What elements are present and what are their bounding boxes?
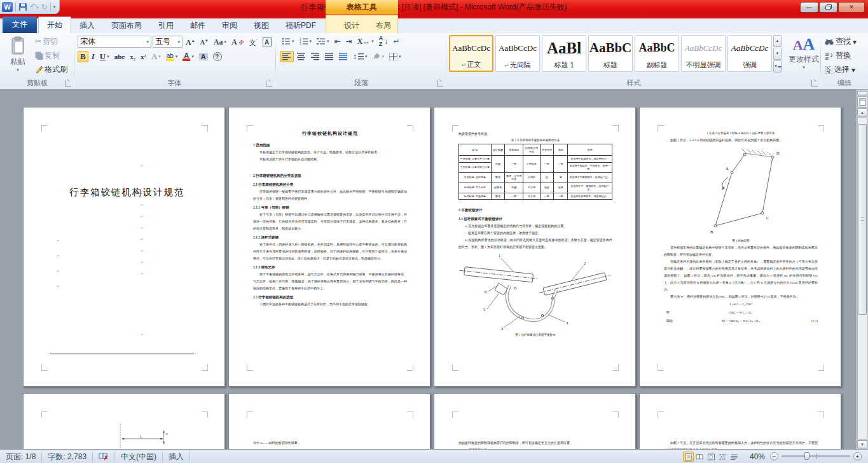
bold-button[interactable]: B <box>78 51 88 62</box>
outline-view-icon[interactable] <box>717 452 728 462</box>
proofing-status[interactable]: ✗ <box>93 452 115 462</box>
change-styles-button[interactable]: AA 更改样式 ▾ <box>786 35 822 83</box>
distribute-button[interactable] <box>337 51 350 62</box>
select-button[interactable]: 选择▾ <box>825 64 855 76</box>
split-handle[interactable] <box>857 91 867 95</box>
document-page-5[interactable]: L₀ H O <box>23 393 225 449</box>
web-layout-view-icon[interactable] <box>706 452 717 462</box>
document-canvas[interactable]: 行李箱铰链机构设计规范↵↵↵↵↵↵↵↵↵↵↵↵↵↵行李箱铰链机构设计规范1 适用… <box>0 90 868 449</box>
page-indicator[interactable]: 页面: 1/8 <box>0 452 42 462</box>
document-page-1[interactable]: 行李箱铰链机构设计规范↵↵↵↵↵↵↵↵↵↵↵↵↵↵ <box>23 107 225 387</box>
copy-button[interactable]: 复制 <box>33 50 69 61</box>
strikethrough-button[interactable]: abc <box>113 51 127 62</box>
show-hide-marks-button[interactable]: ↵ <box>391 36 401 47</box>
decrease-indent-button[interactable]: ⇤ <box>333 36 343 47</box>
customize-qat-icon[interactable]: ▾ <box>53 4 56 10</box>
shading-button[interactable]: ▾ <box>371 51 387 62</box>
clear-formatting-button[interactable]: A <box>230 36 246 48</box>
minimize-button[interactable]: — <box>800 2 818 13</box>
style-card-2[interactable]: AaBl标题 1 <box>542 35 586 72</box>
increase-indent-button[interactable]: ⇥ <box>344 36 354 47</box>
word-app-icon[interactable]: W <box>2 2 13 12</box>
character-border-button[interactable]: A <box>261 36 273 48</box>
paragraph-dialog-launcher-icon[interactable] <box>437 80 443 86</box>
cut-button[interactable]: ✂ 剪切 <box>33 36 69 47</box>
ribbon-tab-10[interactable]: 布局 <box>368 18 399 33</box>
styles-dialog-launcher-icon[interactable] <box>811 80 818 86</box>
zoom-in-icon[interactable]: + <box>853 452 862 460</box>
character-shading-button[interactable]: A <box>197 51 210 62</box>
shrink-font-button[interactable]: A▼ <box>198 36 210 48</box>
font-name-combo[interactable]: 宋体▾ <box>78 36 151 48</box>
font-dialog-launcher-icon[interactable] <box>266 80 272 86</box>
style-card-5[interactable]: AaBbCcDc不明显强调 <box>681 35 726 72</box>
restore-button[interactable] <box>819 2 837 13</box>
style-card-4[interactable]: AaBbC副标题 <box>635 35 679 72</box>
document-page-8[interactable]: 由图 7 可见，在开启或关闭过程时都需要始终施加人力，这种特性的设计应考虑到减轻… <box>639 393 841 449</box>
sort-button[interactable]: AZ↓ <box>377 36 390 47</box>
style-card-6[interactable]: AaBbCcDc强调 <box>727 35 772 72</box>
draft-view-icon[interactable] <box>729 452 740 462</box>
styles-scroll-down-icon[interactable]: ▼ <box>773 48 782 60</box>
ribbon-tab-9[interactable]: 设计 <box>336 18 368 33</box>
replace-button[interactable]: abac 替换 <box>825 50 851 62</box>
format-painter-button[interactable]: 格式刷 <box>33 64 69 75</box>
ribbon-tab-4[interactable]: 引用 <box>150 18 182 33</box>
document-page-6[interactable]: 式中 G——材料的剪切弹性模量，Jₚ——截面的抗扭惯性矩，Jₚ = π/32·d… <box>228 393 431 449</box>
view-ruler-toggle[interactable] <box>857 96 867 107</box>
text-effects-button[interactable]: A▾ <box>149 51 163 62</box>
asian-layout-button[interactable]: X↔▾ <box>355 36 376 47</box>
ribbon-tab-0[interactable]: 文件 <box>3 17 37 33</box>
line-spacing-button[interactable]: ↕▾ <box>351 51 369 62</box>
highlight-color-button[interactable]: ab▾ <box>164 51 180 62</box>
superscript-button[interactable]: x² <box>139 51 148 62</box>
ribbon-tab-8[interactable]: 福昕PDF <box>277 18 324 33</box>
ribbon-tab-2[interactable]: 插入 <box>71 18 103 33</box>
align-center-button[interactable] <box>295 51 308 62</box>
style-card-3[interactable]: AaBbC标题 <box>588 35 633 72</box>
vertical-scrollbar[interactable]: ▲ ▼ <box>856 90 868 449</box>
style-card-0[interactable]: AaBbCcDc↵正文 <box>449 35 493 72</box>
print-layout-view-icon[interactable] <box>683 452 694 462</box>
document-page-7[interactable]: 例如旋转角度的限制或机构有行程的限制等，即可初步确定各支点的长度和位置。c) 进… <box>434 393 636 449</box>
underline-button[interactable]: U▾ <box>98 51 111 62</box>
styles-more-icon[interactable]: ▼▬ <box>773 60 782 73</box>
align-right-button[interactable] <box>309 51 322 62</box>
document-page-2[interactable]: 行李箱铰链机构设计规范1 适用范围本标准规定了行李箱铰链机构的选型、设计方法、性… <box>228 107 431 387</box>
paste-button[interactable]: 粘贴 ▾ <box>4 36 31 84</box>
language-indicator[interactable]: 中文(中国) <box>115 452 163 462</box>
word-count[interactable]: 字数: 2,783 <box>42 452 93 462</box>
multilevel-list-button[interactable]: ▾ <box>315 36 331 47</box>
font-color-button[interactable]: A▾ <box>181 51 195 62</box>
find-button[interactable]: 查找▾ <box>825 36 857 48</box>
close-button[interactable]: ✕ <box>838 2 865 13</box>
zoom-out-icon[interactable]: − <box>770 452 778 460</box>
save-icon[interactable] <box>18 2 27 11</box>
ribbon-tab-7[interactable]: 视图 <box>245 18 277 33</box>
borders-button[interactable]: ▾ <box>387 51 403 62</box>
zoom-level[interactable]: 40% <box>750 452 765 461</box>
styles-scroll-up-icon[interactable]: ▲ <box>773 35 782 47</box>
scroll-down-icon[interactable]: ▼ <box>857 440 867 448</box>
style-card-1[interactable]: AaBbCcDc↵无间隔 <box>495 35 540 72</box>
font-size-combo[interactable]: 五号▾ <box>153 36 183 48</box>
document-page-4[interactable]: 1.车身 2.行李箱盖 3.铰链 4.连接杆 5.扭杆弹簧 6.固定座如图 1 … <box>639 107 841 387</box>
clipboard-dialog-launcher-icon[interactable] <box>65 80 71 86</box>
document-page-3[interactable]: 构选型提供参考依据。表 1 常见的各种平衡铰链机构的对比表类 目设计简易安装调试… <box>434 107 636 387</box>
ribbon-tab-5[interactable]: 邮件 <box>182 18 214 33</box>
numbering-button[interactable]: 123▾ <box>298 36 314 47</box>
change-case-button[interactable]: Aa▾ <box>212 36 228 48</box>
justify-button[interactable] <box>323 51 336 62</box>
zoom-slider-thumb[interactable] <box>804 452 809 460</box>
italic-button[interactable]: I <box>90 51 97 62</box>
phonetic-guide-button[interactable]: 文'' <box>247 36 259 48</box>
ribbon-tab-3[interactable]: 页面布局 <box>103 18 150 33</box>
undo-icon[interactable]: ↶▾ <box>30 2 39 12</box>
insert-mode-indicator[interactable]: 插入 <box>163 452 190 462</box>
ribbon-tab-6[interactable]: 审阅 <box>214 18 245 33</box>
bullets-button[interactable]: ▾ <box>280 36 296 47</box>
ribbon-tab-1[interactable]: 开始 <box>38 17 71 33</box>
fullscreen-reading-view-icon[interactable] <box>694 452 705 462</box>
redo-icon[interactable]: ↻ <box>41 3 48 11</box>
grow-font-button[interactable]: A▲ <box>184 36 197 48</box>
